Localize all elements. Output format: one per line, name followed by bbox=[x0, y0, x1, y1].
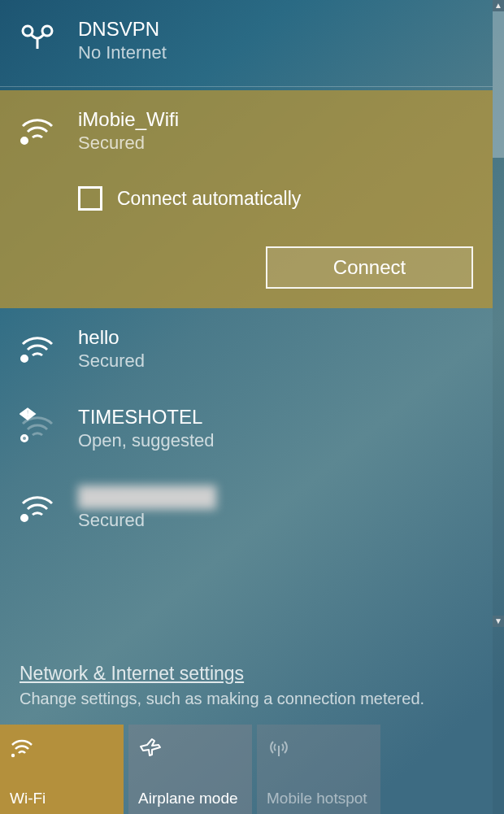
network-settings-link[interactable]: Network & Internet settings bbox=[20, 663, 244, 685]
svg-text:!: ! bbox=[26, 408, 29, 418]
network-item-hello[interactable]: hello Secured bbox=[0, 308, 493, 388]
network-status: Secured bbox=[78, 350, 473, 372]
scroll-down-button[interactable]: ▼ bbox=[493, 616, 504, 627]
tile-hotspot[interactable]: Mobile hotspot bbox=[257, 725, 380, 814]
network-name: TIMESHOTEL bbox=[78, 406, 473, 429]
network-name: ██████████ bbox=[78, 485, 257, 508]
network-name: hello bbox=[78, 326, 473, 349]
vpn-icon bbox=[20, 18, 60, 63]
network-status: No Internet bbox=[78, 42, 473, 63]
connect-automatically-checkbox[interactable] bbox=[78, 186, 102, 211]
tile-airplane[interactable]: Airplane mode bbox=[128, 725, 252, 814]
network-item-redacted[interactable]: ██████████ Secured bbox=[0, 468, 493, 547]
network-item-dnsvpn[interactable]: DNSVPN No Internet bbox=[0, 0, 493, 87]
svg-point-7 bbox=[22, 516, 28, 521]
tile-wifi[interactable]: Wi-Fi bbox=[0, 725, 124, 814]
wifi-icon bbox=[20, 485, 60, 531]
airplane-icon bbox=[138, 734, 242, 759]
hotspot-icon bbox=[267, 734, 371, 759]
network-name: iMobie_Wifi bbox=[78, 108, 473, 131]
network-status: Secured bbox=[78, 133, 473, 154]
svg-point-4 bbox=[22, 356, 28, 362]
network-name: DNSVPN bbox=[78, 18, 473, 41]
svg-point-3 bbox=[22, 138, 28, 144]
network-list: DNSVPN No Internet iMobie_Wifi Secured C… bbox=[0, 0, 493, 547]
scrollbar[interactable]: ▲ ▼ bbox=[493, 0, 504, 814]
network-status: Secured bbox=[78, 510, 473, 531]
tile-label: Airplane mode bbox=[138, 790, 242, 807]
svg-point-5 bbox=[22, 436, 28, 442]
network-settings-subtext: Change settings, such as making a connec… bbox=[20, 690, 484, 708]
network-item-timeshotel[interactable]: ! TIMESHOTEL Open, suggested bbox=[0, 388, 493, 468]
scroll-thumb[interactable] bbox=[493, 11, 504, 158]
connect-automatically-label: Connect automatically bbox=[117, 188, 301, 210]
network-status: Open, suggested bbox=[78, 430, 473, 451]
quick-action-tiles: Wi-Fi Airplane mode Mobile hotspot bbox=[0, 725, 380, 814]
wifi-icon bbox=[20, 326, 60, 372]
wifi-icon bbox=[20, 108, 60, 154]
scroll-up-button[interactable]: ▲ bbox=[493, 0, 504, 11]
tile-label: Mobile hotspot bbox=[267, 790, 371, 807]
wifi-small-icon bbox=[10, 734, 114, 759]
settings-section: Network & Internet settings Change setti… bbox=[20, 663, 484, 708]
svg-point-8 bbox=[11, 754, 15, 757]
network-item-selected[interactable]: iMobie_Wifi Secured Connect automaticall… bbox=[0, 90, 493, 308]
connect-button[interactable]: Connect bbox=[266, 246, 473, 289]
tile-label: Wi-Fi bbox=[10, 790, 114, 807]
wifi-open-icon: ! bbox=[20, 406, 60, 451]
